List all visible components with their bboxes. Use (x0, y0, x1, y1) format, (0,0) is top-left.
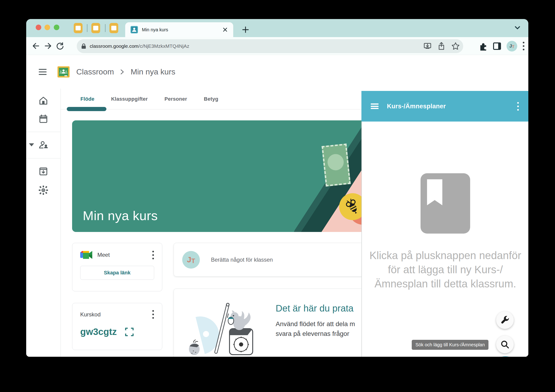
main-menu-button[interactable] (39, 69, 47, 75)
sidebar-people-button[interactable] (38, 140, 49, 151)
tools-fab-button[interactable] (496, 311, 514, 329)
bee-icon (344, 199, 361, 215)
people-icon (38, 140, 49, 150)
expand-courses-arrow[interactable] (29, 143, 34, 146)
sidebar-home-button[interactable] (38, 95, 49, 106)
note-favicon-icon (76, 26, 81, 30)
share-icon[interactable] (438, 42, 445, 50)
classroom-header: Classroom Min nya kurs (26, 55, 528, 89)
note-favicon-icon (93, 26, 98, 30)
panel-menu-button[interactable] (371, 104, 379, 109)
course-code-title: Kurskod (80, 311, 152, 318)
kursplaner-panel: Kurs-/Ämnesplaner Klicka på plusknappen … (361, 91, 528, 357)
sidebar-divider (26, 158, 61, 158)
classroom-favicon-icon (130, 26, 138, 34)
classroom-sidebar (26, 89, 61, 357)
url-path: /c/NjE3MzkxMTQ4NjAz (139, 43, 189, 49)
back-button[interactable] (30, 40, 42, 52)
close-window-button[interactable] (36, 25, 41, 30)
stream-empty-line1: Använd flödet för att dela m (276, 320, 355, 328)
install-download-icon[interactable] (423, 42, 432, 50)
avatar-initial: T (512, 44, 514, 49)
classroom-page: Classroom Min nya kurs (26, 55, 528, 357)
search-fab-button[interactable] (496, 336, 514, 353)
meet-card-title: Meet (97, 252, 152, 258)
browser-menu-button[interactable] (522, 42, 525, 50)
archive-icon (38, 167, 48, 176)
profile-avatar[interactable]: JT (507, 41, 517, 52)
forward-button[interactable] (42, 40, 54, 52)
panel-title: Kurs-/Ämnesplaner (387, 103, 517, 110)
pinned-tab-1[interactable] (74, 23, 82, 33)
reload-icon (56, 42, 64, 50)
sidebar-calendar-button[interactable] (38, 113, 49, 125)
note-favicon-icon (111, 26, 116, 30)
tab-betyg[interactable]: Betyg (195, 89, 227, 109)
lock-icon[interactable] (81, 43, 87, 49)
sidebar-divider (26, 132, 61, 132)
search-tooltip: Sök och lägg till Kurs-/Ämnesplan (412, 340, 489, 350)
side-panel-icon[interactable] (493, 42, 501, 50)
reload-button[interactable] (54, 40, 66, 52)
pinned-tab-2[interactable] (91, 23, 100, 33)
panel-options-button[interactable] (517, 102, 519, 111)
tab-label: Klassuppgifter (111, 96, 148, 102)
fullscreen-icon[interactable] (125, 327, 134, 337)
create-meet-link-button[interactable]: Skapa länk (80, 266, 154, 280)
tab-divider (105, 24, 105, 32)
add-kursplan-fab-button[interactable]: + (492, 356, 518, 357)
stream-empty-line2: svara på elevernas frågor (276, 330, 349, 338)
new-tab-button[interactable] (240, 24, 251, 35)
wrench-icon (500, 315, 510, 325)
back-arrow-icon (32, 42, 40, 50)
chevron-down-icon (513, 25, 521, 31)
panel-header: Kurs-/Ämnesplaner (361, 91, 528, 122)
google-meet-icon (80, 250, 92, 260)
tab-label: Flöde (80, 96, 94, 102)
active-tab[interactable]: Min nya kurs (125, 22, 233, 37)
tab-divider (87, 24, 88, 32)
browser-toolbar: classroom.google.com/c/NjE3MzkxMTQ4NjAz (26, 37, 528, 55)
close-tab-icon[interactable] (222, 27, 228, 33)
tab-label: Betyg (204, 96, 218, 102)
course-code-card: Kurskod gw3cgtz (72, 303, 162, 350)
tab-title: Min nya kurs (142, 27, 222, 32)
breadcrumb-chevron-icon (119, 68, 125, 76)
tab-strip: Min nya kurs (26, 19, 528, 37)
calendar-icon (38, 114, 48, 124)
browser-window: Min nya kurs (26, 19, 528, 357)
tab-label: Personer (164, 96, 187, 102)
settings-gear-icon (38, 185, 48, 195)
pinned-tab-3[interactable] (110, 23, 118, 33)
avatar-initial: J (509, 43, 512, 49)
sidebar-archive-button[interactable] (38, 166, 49, 177)
tab-flode[interactable]: Flöde (72, 89, 103, 109)
plus-icon (241, 26, 249, 34)
course-banner-title: Min nya kurs (83, 208, 158, 223)
breadcrumb-course[interactable]: Min nya kurs (131, 67, 175, 76)
book-placeholder-icon (421, 173, 470, 234)
panel-empty-message: Klicka på plusknappen nedanför för att l… (365, 248, 525, 291)
minimize-window-button[interactable] (44, 25, 50, 30)
classroom-logo-icon (57, 65, 70, 79)
stream-empty-illustration (185, 303, 260, 357)
meet-card: Meet Skapa länk (72, 243, 162, 291)
tab-personer[interactable]: Personer (156, 89, 195, 109)
avatar-initial: T (191, 258, 195, 265)
address-bar[interactable]: classroom.google.com/c/NjE3MzkxMTQ4NjAz (77, 39, 463, 53)
extensions-puzzle-icon[interactable] (479, 42, 488, 51)
zoom-window-button[interactable] (54, 25, 59, 30)
tab-search-chevron[interactable] (513, 25, 521, 31)
meet-options-button[interactable] (152, 251, 154, 259)
search-icon (500, 340, 510, 349)
user-avatar: JT (182, 251, 200, 269)
stream-input-placeholder: Berätta något för klassen (211, 257, 273, 263)
sidebar-settings-button[interactable] (38, 185, 49, 196)
breadcrumb-app[interactable]: Classroom (76, 67, 114, 76)
bookmark-star-icon[interactable] (451, 42, 460, 50)
panel-body: Klicka på plusknappen nedanför för att l… (361, 122, 528, 357)
course-code-options-button[interactable] (152, 310, 154, 319)
avatar-initial: J (187, 255, 191, 264)
bookmark-ribbon (427, 179, 442, 205)
tab-klassuppgifter[interactable]: Klassuppgifter (103, 89, 156, 109)
